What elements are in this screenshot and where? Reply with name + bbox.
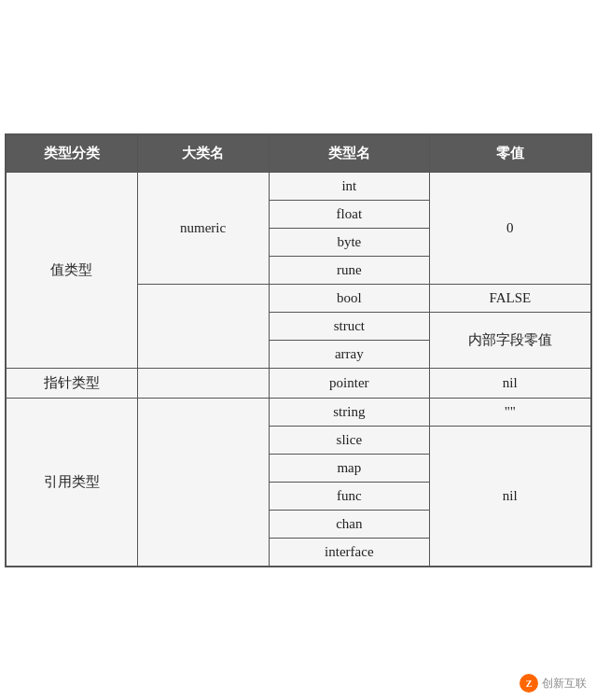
table-row: 引用类型 string "" [6, 398, 590, 426]
watermark: Z 创新互联 [520, 674, 587, 693]
cell-zero-false: FALSE [430, 284, 590, 312]
cell-typename-interface: interface [269, 538, 429, 566]
cell-subcategory-ref-empty [137, 398, 269, 566]
cell-typename-int: int [269, 172, 429, 200]
cell-zero-inner: 内部字段零值 [430, 312, 590, 368]
header-zero: 零值 [430, 134, 590, 172]
cell-subcategory-empty [137, 284, 269, 368]
main-table: 类型分类 大类名 类型名 零值 值类型 numeric int 0 float [5, 133, 592, 567]
watermark-text: 创新互联 [542, 676, 587, 692]
cell-typename-slice: slice [269, 426, 429, 454]
cell-zero-0: 0 [430, 172, 590, 284]
cell-typename-chan: chan [269, 510, 429, 538]
cell-typename-map: map [269, 454, 429, 482]
cell-zero-string: "" [430, 398, 590, 426]
cell-category-value: 值类型 [6, 172, 137, 368]
cell-zero-nil-pointer: nil [430, 368, 590, 398]
cell-typename-rune: rune [269, 256, 429, 284]
cell-category-ref: 引用类型 [6, 398, 137, 566]
table-row: 值类型 numeric int 0 [6, 172, 590, 200]
header-typename: 类型名 [269, 134, 429, 172]
cell-typename-string: string [269, 398, 429, 426]
cell-typename-bool: bool [269, 284, 429, 312]
cell-typename-array: array [269, 340, 429, 368]
header-category: 类型分类 [6, 134, 137, 172]
cell-typename-struct: struct [269, 312, 429, 340]
cell-category-pointer: 指针类型 [6, 368, 137, 398]
header-row: 类型分类 大类名 类型名 零值 [6, 134, 590, 172]
cell-typename-pointer: pointer [269, 368, 429, 398]
cell-typename-float: float [269, 200, 429, 228]
cell-subcategory-numeric: numeric [137, 172, 269, 284]
watermark-icon: Z [520, 674, 538, 693]
table-row: 指针类型 pointer nil [6, 368, 590, 398]
cell-zero-nil-ref: nil [430, 426, 590, 566]
cell-subcategory-pointer-empty [137, 368, 269, 398]
cell-typename-byte: byte [269, 228, 429, 256]
header-subcategory: 大类名 [137, 134, 269, 172]
cell-typename-func: func [269, 482, 429, 510]
